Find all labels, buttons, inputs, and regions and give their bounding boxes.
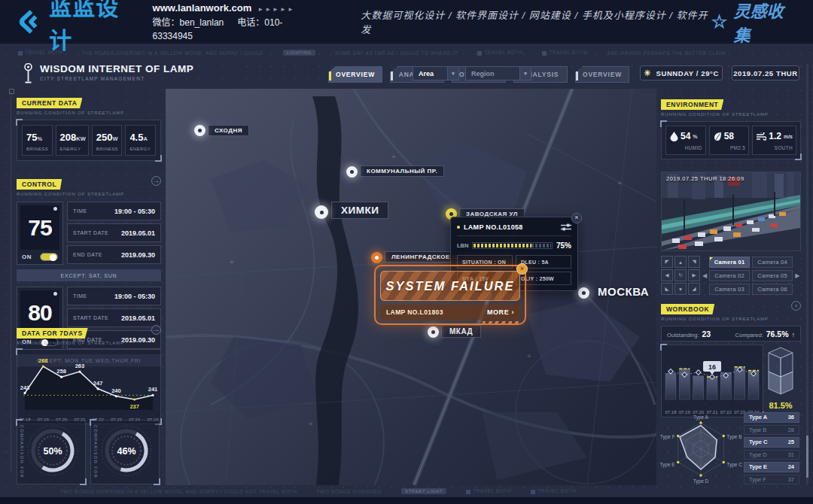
control-badge: CONTROL <box>17 179 62 190</box>
inspiration-collect[interactable]: ☆ 灵感收集 <box>711 0 798 46</box>
svg-text:263: 263 <box>75 363 85 369</box>
donut-gauge: 46% <box>99 423 154 481</box>
camera-dpad: ◤ ▲ ◥ ◀ ↻ ▶ ◣ ▼ ◢ <box>661 256 700 295</box>
stat-tile-energy: 208KWENERGY <box>56 125 89 156</box>
lamp-pin-mkad[interactable] <box>428 326 439 338</box>
camera-button-01[interactable]: Camera 01 <box>709 257 750 268</box>
lamp-pin-leningradskoe[interactable] <box>371 252 382 263</box>
map-cross-decor: + <box>230 258 234 266</box>
outstanding-label: Outstanding: <box>667 332 699 339</box>
date-chip: 2019.07.25 THUR <box>732 65 799 80</box>
lbn-progress-bar[interactable] <box>472 242 553 249</box>
map-label-shodnya: СХОДНЯ <box>208 125 249 136</box>
pan-up-button[interactable]: ▲ <box>674 256 687 268</box>
reset-view-button[interactable]: ↻ <box>674 269 687 281</box>
decor-chip: STREET LIGHT <box>401 488 446 494</box>
site-contact: www.lanlanwork.com►►►►► 微信：ben_lanlan电话：… <box>153 1 320 43</box>
region-select[interactable]: Region▾ <box>465 66 531 80</box>
camera-button-05[interactable]: Camera 05 <box>752 270 793 281</box>
workbook-panel: WORKBOOK RUNNING CONDITION OF STREETLAMP… <box>661 301 801 417</box>
stat-tile-amp: 4.5AENERGY <box>125 125 156 156</box>
type-row-e[interactable]: Type E24 <box>744 462 799 472</box>
status-dot <box>457 226 460 229</box>
wind-icon <box>757 132 766 141</box>
env-tile-humid: 54% HUMID <box>665 126 706 155</box>
cube-percent: 81.5% <box>769 401 792 410</box>
lamp-popup-title: LAMP NO.L01058 <box>464 223 557 231</box>
brand-logo[interactable]: 蓝蓝设计 <box>15 0 141 55</box>
pan-left-button[interactable]: ◀ <box>661 269 673 281</box>
radar-chart: Type AType BType CType DType EType F <box>659 411 742 487</box>
camera-list-prev-icon[interactable]: ◀ <box>702 272 707 279</box>
lamp-pin-khimki[interactable] <box>315 205 328 219</box>
camera-button-06[interactable]: Camera 06 <box>752 284 793 295</box>
cube-indicator: 81.5% <box>763 345 798 417</box>
current-data-badge: CURRENT DATA <box>17 98 82 108</box>
sliders-icon[interactable] <box>561 223 571 231</box>
current-data-tiles: 75%BRINESS 208KWENERGY 250WBRINESS 4.5AE… <box>17 120 161 161</box>
left-ruler-decor <box>11 92 11 472</box>
type-row-a[interactable]: Type A36 <box>744 412 799 423</box>
lamp-pin-kommunalny[interactable] <box>346 166 358 178</box>
lanlan-logo-icon <box>15 8 43 35</box>
camera-button-03[interactable]: Camera 03 <box>709 284 750 295</box>
pan-up-right-button[interactable]: ◥ <box>688 256 700 268</box>
svg-text:Type A: Type A <box>693 414 709 421</box>
comparison-gauge-1: COMPARISON FOR 50% <box>17 420 86 484</box>
camera-panel: 2019.07.25 THUR 18:26:09 <box>661 172 801 295</box>
arrows-decor: ►►►►► <box>257 6 295 13</box>
area-select[interactable]: Area▾ <box>413 66 459 80</box>
decor-text: TRAVEL BOTH <box>542 50 587 55</box>
lamp-pin-moskva[interactable] <box>578 287 589 299</box>
lamp-pin-shodnya[interactable] <box>194 125 206 136</box>
pan-right-button[interactable]: ▶ <box>688 269 700 281</box>
type-row-b[interactable]: Type B28 <box>744 425 799 436</box>
vertical-scrollbar[interactable] <box>806 64 808 485</box>
camera-button-04[interactable]: Camera 04 <box>752 257 793 268</box>
tab-overview-1[interactable]: OVERVIEW <box>328 66 382 83</box>
panel-arrow-button[interactable]: → <box>151 325 161 335</box>
svg-text:237: 237 <box>129 403 139 410</box>
panel-chevron-button[interactable]: › <box>791 301 801 311</box>
close-icon[interactable]: × <box>516 263 528 275</box>
type-row-c[interactable]: Type C25 <box>744 437 799 448</box>
stat-tile-briness: 75%BRINESS <box>22 125 53 156</box>
pan-down-left-button[interactable]: ◣ <box>661 283 673 295</box>
date-text: 2019.07.25 THUR <box>733 69 798 77</box>
dashboard-screen: 蓝蓝设计 www.lanlanwork.com►►►►► 微信：ben_lanl… <box>0 0 813 504</box>
environment-panel: ENVIRONMENT RUNNING CONDITION OF STREETL… <box>661 96 801 159</box>
site-url[interactable]: www.lanlanwork.com <box>153 2 252 14</box>
workbook-chart-row: 07.1807.1907.2007.2107.2207.2307.2416 81… <box>661 345 801 417</box>
star-icon: ☆ <box>711 11 728 32</box>
chevron-down-icon: ▾ <box>447 67 458 80</box>
seven-days-panel: DATA FOR 7DAYS RUNNING CONDITION OF STRE… <box>17 325 161 424</box>
svg-text:Type D: Type D <box>693 478 709 484</box>
pan-up-left-button[interactable]: ◤ <box>661 256 673 268</box>
type-row-f[interactable]: Type F37 <box>744 475 799 485</box>
type-row-d[interactable]: Type D31 <box>744 450 799 460</box>
svg-text:Type E: Type E <box>659 462 675 468</box>
workbook-stats: Outstanding:23 Compared:76.5%↑ <box>661 326 801 342</box>
env-tile-pm25: 58 PM2.5 <box>709 126 750 155</box>
more-button[interactable]: MORE › <box>487 308 514 316</box>
end-date-row: END DATE2019.09.30 <box>67 245 161 264</box>
map-cross-decor: + <box>391 153 396 161</box>
camera-button-02[interactable]: Camera 02 <box>709 270 750 281</box>
decor-chip: LIGHTING <box>283 50 315 56</box>
tab-overview-3[interactable]: OVERVIEW <box>575 66 629 83</box>
control-subtitle: RUNNING CONDITION OF STREETLAMP <box>17 192 124 196</box>
pan-down-right-button[interactable]: ◢ <box>688 283 700 295</box>
svg-text:46%: 46% <box>117 446 136 457</box>
schedule-toggle-1[interactable] <box>40 253 58 261</box>
panel-arrow-button[interactable]: → <box>151 176 161 186</box>
comparison-gauge-2: COMPARISON FOR 46% <box>90 420 160 484</box>
camera-list-next-icon[interactable]: ▶ <box>795 272 799 279</box>
svg-text:Type F: Type F <box>660 434 675 440</box>
compared-label: Compared: <box>735 332 763 339</box>
camera-video-feed[interactable]: 2019.07.25 THUR 18:26:09 <box>661 172 801 251</box>
services-text: 大数据可视化设计 / 软件界面设计 / 网站建设 / 手机及小程序设计 / 软件… <box>361 8 711 36</box>
close-icon[interactable]: × <box>571 213 582 223</box>
time-row: TIME19:00 - 05:30 <box>67 202 161 220</box>
pan-down-button[interactable]: ▼ <box>674 283 687 295</box>
map-cross-decor: + <box>309 420 313 428</box>
